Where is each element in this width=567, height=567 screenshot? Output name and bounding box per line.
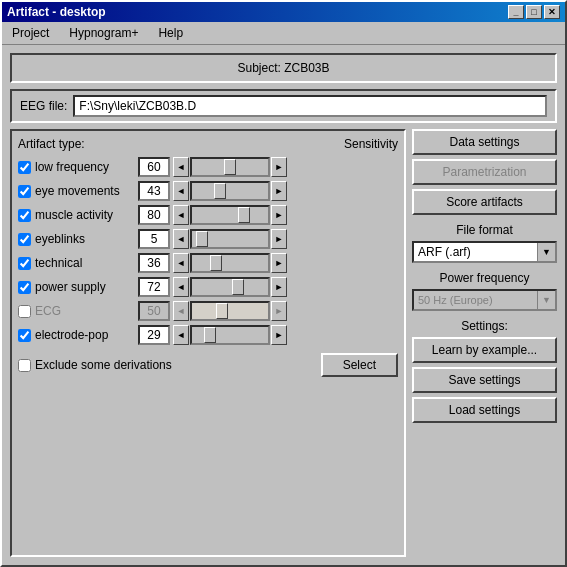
slider-track-technical[interactable] [190, 253, 270, 273]
maximize-button[interactable]: □ [526, 5, 542, 19]
close-button[interactable]: ✕ [544, 5, 560, 19]
menu-project[interactable]: Project [6, 24, 55, 42]
main-window: Artifact - desktop _ □ ✕ Project Hypnogr… [0, 0, 567, 567]
slider-thumb-eyeblinks[interactable] [196, 231, 208, 247]
slider-left-ecg[interactable]: ◄ [173, 301, 189, 321]
checkbox-low-frequency[interactable] [18, 161, 31, 174]
main-area: Artifact type: Sensitivity low frequency… [10, 129, 557, 557]
label-power-supply[interactable]: power supply [18, 280, 138, 294]
slider-left-eyeblinks[interactable]: ◄ [173, 229, 189, 249]
slider-left-eye-movements[interactable]: ◄ [173, 181, 189, 201]
slider-power-supply: ◄ ► [173, 277, 287, 297]
exclude-label[interactable]: Exclude some derivations [18, 358, 172, 372]
file-format-arrow[interactable]: ▼ [537, 243, 555, 261]
slider-thumb-ecg [216, 303, 228, 319]
slider-muscle-activity: ◄ ► [173, 205, 287, 225]
left-panel: Artifact type: Sensitivity low frequency… [10, 129, 406, 557]
text-electrode-pop: electrode-pop [35, 328, 108, 342]
artifact-row-eyeblinks: eyeblinks 5 ◄ ► [18, 229, 398, 249]
label-electrode-pop[interactable]: electrode-pop [18, 328, 138, 342]
label-eyeblinks[interactable]: eyeblinks [18, 232, 138, 246]
content-area: Subject: ZCB03B EEG file: F:\Sny\leki\ZC… [2, 45, 565, 565]
sensitivity-eye-movements: 43 ◄ ► [138, 181, 287, 201]
parametrization-button: Parametrization [412, 159, 557, 185]
save-settings-button[interactable]: Save settings [412, 367, 557, 393]
slider-track-power-supply[interactable] [190, 277, 270, 297]
label-low-frequency[interactable]: low frequency [18, 160, 138, 174]
slider-thumb-power-supply[interactable] [232, 279, 244, 295]
text-technical: technical [35, 256, 82, 270]
menu-bar: Project Hypnogram+ Help [2, 22, 565, 45]
label-muscle-activity[interactable]: muscle activity [18, 208, 138, 222]
artifact-row-technical: technical 36 ◄ ► [18, 253, 398, 273]
label-ecg[interactable]: ECG [18, 304, 138, 318]
slider-right-electrode-pop[interactable]: ► [271, 325, 287, 345]
checkbox-eyeblinks[interactable] [18, 233, 31, 246]
label-technical[interactable]: technical [18, 256, 138, 270]
panel-header: Artifact type: Sensitivity [18, 137, 398, 151]
menu-help[interactable]: Help [152, 24, 189, 42]
title-bar: Artifact - desktop _ □ ✕ [2, 2, 565, 22]
slider-thumb-low-frequency[interactable] [224, 159, 236, 175]
subject-bar: Subject: ZCB03B [10, 53, 557, 83]
subject-label: Subject: [237, 61, 280, 75]
title-bar-buttons: _ □ ✕ [508, 5, 560, 19]
score-artifacts-button[interactable]: Score artifacts [412, 189, 557, 215]
slider-right-power-supply[interactable]: ► [271, 277, 287, 297]
learn-button[interactable]: Learn by example... [412, 337, 557, 363]
slider-left-technical[interactable]: ◄ [173, 253, 189, 273]
slider-left-electrode-pop[interactable]: ◄ [173, 325, 189, 345]
sensitivity-electrode-pop: 29 ◄ ► [138, 325, 287, 345]
slider-track-eyeblinks[interactable] [190, 229, 270, 249]
sensitivity-muscle-activity: 80 ◄ ► [138, 205, 287, 225]
slider-left-muscle-activity[interactable]: ◄ [173, 205, 189, 225]
select-button[interactable]: Select [321, 353, 398, 377]
slider-right-technical[interactable]: ► [271, 253, 287, 273]
checkbox-ecg[interactable] [18, 305, 31, 318]
label-eye-movements[interactable]: eye movements [18, 184, 138, 198]
text-muscle-activity: muscle activity [35, 208, 113, 222]
sensitivity-low-frequency: 60 ◄ ► [138, 157, 287, 177]
artifact-row-power-supply: power supply 72 ◄ ► [18, 277, 398, 297]
slider-thumb-technical[interactable] [210, 255, 222, 271]
sensitivity-ecg: 50 ◄ ► [138, 301, 287, 321]
slider-low-frequency: ◄ ► [173, 157, 287, 177]
artifact-row-ecg: ECG 50 ◄ ► [18, 301, 398, 321]
slider-thumb-eye-movements[interactable] [214, 183, 226, 199]
slider-thumb-muscle-activity[interactable] [238, 207, 250, 223]
slider-track-electrode-pop[interactable] [190, 325, 270, 345]
checkbox-technical[interactable] [18, 257, 31, 270]
file-format-dropdown[interactable]: ARF (.arf) ▼ [412, 241, 557, 263]
data-settings-button[interactable]: Data settings [412, 129, 557, 155]
eeg-file-field[interactable]: F:\Sny\leki\ZCB03B.D [73, 95, 547, 117]
slider-left-low-frequency[interactable]: ◄ [173, 157, 189, 177]
slider-track-eye-movements[interactable] [190, 181, 270, 201]
checkbox-power-supply[interactable] [18, 281, 31, 294]
slider-left-power-supply[interactable]: ◄ [173, 277, 189, 297]
slider-track-low-frequency[interactable] [190, 157, 270, 177]
slider-thumb-electrode-pop[interactable] [204, 327, 216, 343]
checkbox-muscle-activity[interactable] [18, 209, 31, 222]
slider-track-muscle-activity[interactable] [190, 205, 270, 225]
checkbox-electrode-pop[interactable] [18, 329, 31, 342]
sensitivity-power-supply: 72 ◄ ► [138, 277, 287, 297]
load-settings-button[interactable]: Load settings [412, 397, 557, 423]
slider-right-muscle-activity[interactable]: ► [271, 205, 287, 225]
sens-value-muscle-activity: 80 [138, 205, 170, 225]
bottom-bar: Exclude some derivations Select [18, 349, 398, 377]
slider-right-eyeblinks[interactable]: ► [271, 229, 287, 249]
power-freq-dropdown: 50 Hz (Europe) ▼ [412, 289, 557, 311]
slider-track-ecg [190, 301, 270, 321]
subject-value: ZCB03B [284, 61, 329, 75]
slider-right-ecg[interactable]: ► [271, 301, 287, 321]
slider-right-eye-movements[interactable]: ► [271, 181, 287, 201]
slider-right-low-frequency[interactable]: ► [271, 157, 287, 177]
minimize-button[interactable]: _ [508, 5, 524, 19]
text-ecg: ECG [35, 304, 61, 318]
text-power-supply: power supply [35, 280, 106, 294]
exclude-checkbox[interactable] [18, 359, 31, 372]
slider-ecg: ◄ ► [173, 301, 287, 321]
menu-hypnogram[interactable]: Hypnogram+ [63, 24, 144, 42]
checkbox-eye-movements[interactable] [18, 185, 31, 198]
file-format-label: File format [412, 223, 557, 237]
